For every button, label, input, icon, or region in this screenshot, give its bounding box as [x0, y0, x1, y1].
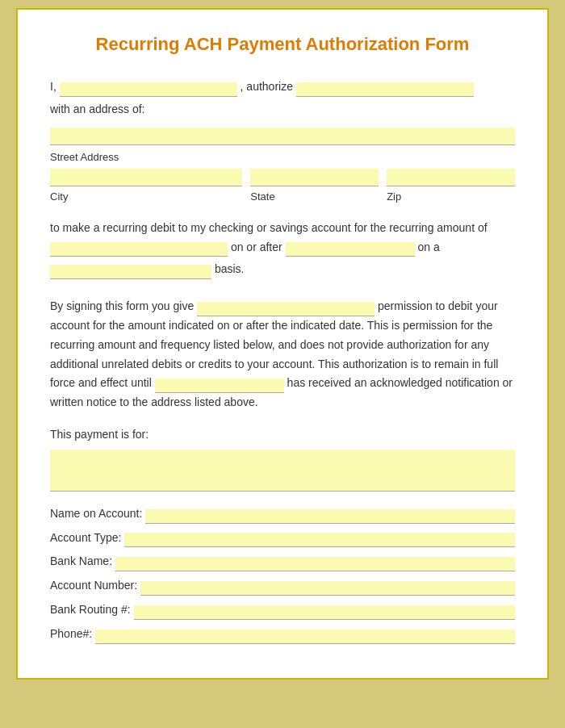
- field-zip[interactable]: [387, 169, 515, 186]
- field-name[interactable]: [60, 82, 237, 97]
- row-name-on-account: Name on Account:: [50, 504, 515, 524]
- label-phone: Phone#:: [50, 625, 92, 644]
- para-basis: basis.: [50, 260, 515, 279]
- para-permission: By signing this form you give permission…: [50, 297, 515, 412]
- row-account-type: Account Type:: [50, 529, 515, 548]
- para-recurring: to make a recurring debit to my checking…: [50, 219, 515, 257]
- row-phone: Phone#:: [50, 625, 515, 644]
- field-bank-name[interactable]: [115, 557, 515, 571]
- label-street: Street Address: [50, 149, 515, 166]
- field-street-address[interactable]: [50, 128, 515, 145]
- label-recurring-1: to make a recurring debit to my checking…: [50, 221, 488, 234]
- field-bank-routing[interactable]: [134, 605, 515, 620]
- address-block: Street Address City State Zip: [50, 128, 515, 206]
- label-authorize: , authorize: [241, 80, 293, 93]
- label-bank-routing: Bank Routing #:: [50, 600, 131, 620]
- payment-for-section: This payment is for:: [50, 425, 515, 492]
- field-effect-until[interactable]: [155, 379, 284, 393]
- form-page: Recurring ACH Payment Authorization Form…: [16, 8, 549, 680]
- field-account-type[interactable]: [124, 533, 515, 547]
- row-account-number: Account Number:: [50, 576, 515, 596]
- label-state: State: [250, 188, 379, 206]
- label-zip: Zip: [387, 188, 515, 206]
- form-title: Recurring ACH Payment Authorization Form: [50, 34, 515, 55]
- label-i: I,: [50, 80, 56, 93]
- field-amount[interactable]: [50, 242, 228, 257]
- label-account-type: Account Type:: [50, 529, 121, 548]
- field-phone[interactable]: [95, 630, 515, 644]
- field-basis[interactable]: [50, 265, 211, 279]
- field-city[interactable]: [50, 169, 242, 186]
- label-bank-name: Bank Name:: [50, 552, 112, 571]
- address-fields-row: [50, 169, 515, 186]
- field-name-on-account[interactable]: [145, 509, 515, 524]
- label-on-or-after: on or after: [231, 241, 282, 253]
- field-permission-name[interactable]: [197, 302, 375, 316]
- field-state[interactable]: [250, 169, 379, 186]
- label-on-a: on a: [418, 241, 440, 253]
- label-perm-start: By signing this form you give: [50, 299, 194, 312]
- label-city: City: [50, 188, 242, 206]
- label-payment-for: This payment is for:: [50, 425, 515, 445]
- field-account-number[interactable]: [140, 581, 515, 596]
- field-authorize-name[interactable]: [296, 82, 474, 97]
- row-bank-name: Bank Name:: [50, 552, 515, 571]
- para-authorize: I, , authorize: [50, 77, 515, 97]
- row-bank-routing: Bank Routing #:: [50, 600, 515, 620]
- label-name-on-account: Name on Account:: [50, 504, 142, 524]
- field-date[interactable]: [286, 242, 415, 257]
- field-payment-for[interactable]: [50, 450, 515, 492]
- para-address-intro: with an address of:: [50, 100, 515, 119]
- addr-labels: City State Zip: [50, 188, 515, 206]
- label-account-number: Account Number:: [50, 576, 137, 596]
- label-with-address: with an address of:: [50, 103, 145, 115]
- label-basis: basis.: [215, 262, 245, 275]
- form-body: I, , authorize with an address of: Stree…: [50, 77, 515, 644]
